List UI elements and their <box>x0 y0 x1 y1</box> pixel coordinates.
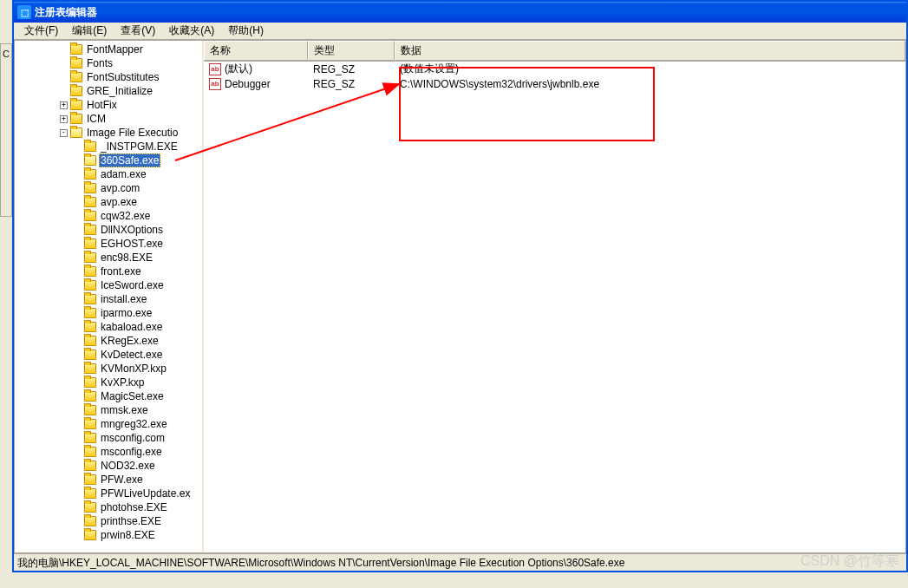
header-name[interactable]: 名称 <box>204 41 308 61</box>
list-body: ab(默认)REG_SZ(数值未设置)abDebuggerREG_SZC:\WI… <box>204 62 905 91</box>
tree-item[interactable]: +ICM <box>15 112 202 126</box>
list-pane[interactable]: 名称 类型 数据 ab(默认)REG_SZ(数值未设置)abDebuggerRE… <box>204 41 905 552</box>
tree-item[interactable]: iparmo.exe <box>15 306 202 320</box>
folder-icon <box>84 363 96 374</box>
header-type[interactable]: 类型 <box>308 41 395 61</box>
folder-icon <box>84 266 96 277</box>
folder-icon <box>84 225 96 235</box>
folder-icon <box>84 516 96 526</box>
tree-item[interactable]: install.exe <box>15 292 202 306</box>
folder-icon <box>84 252 96 263</box>
tree-item-label: msconfig.exe <box>99 446 164 458</box>
tree-item[interactable]: _INSTPGM.EXE <box>15 140 202 154</box>
left-fragment: C 仵 址 <box>0 43 12 217</box>
tree-item[interactable]: avp.com <box>15 181 202 195</box>
folder-icon <box>84 155 96 166</box>
tree-item[interactable]: Fonts <box>15 56 202 70</box>
menu-file[interactable]: 文件(F) <box>17 22 65 40</box>
tree-item-label: FontSubstitutes <box>85 71 160 83</box>
tree-item-label: KRegEx.exe <box>99 335 160 347</box>
folder-icon <box>84 294 96 304</box>
tree-item[interactable]: prwin8.EXE <box>15 528 202 542</box>
value-type: REG_SZ <box>310 78 396 90</box>
tree-item-label: KvDetect.exe <box>99 349 164 361</box>
tree-item[interactable]: KvDetect.exe <box>15 348 202 362</box>
tree-item[interactable]: DllNXOptions <box>15 223 202 237</box>
header-data[interactable]: 数据 <box>395 41 905 61</box>
tree-item[interactable]: printhse.EXE <box>15 514 202 528</box>
list-row[interactable]: abDebuggerREG_SZC:\WINDOWS\system32\driv… <box>204 76 905 91</box>
folder-icon <box>84 474 96 485</box>
tree-item[interactable]: FontSubstitutes <box>15 70 202 84</box>
tree-item[interactable]: msconfig.com <box>15 431 202 445</box>
menu-view[interactable]: 查看(V) <box>114 22 162 40</box>
tree-item[interactable]: PFW.exe <box>15 473 202 487</box>
folder-icon <box>70 100 82 110</box>
tree-item[interactable]: KVMonXP.kxp <box>15 362 202 376</box>
regedit-window: ⬚ 注册表编辑器 文件(F) 编辑(E) 查看(V) 收藏夹(A) 帮助(H) … <box>12 0 908 572</box>
folder-icon <box>84 238 96 249</box>
tree-item[interactable]: NOD32.exe <box>15 459 202 473</box>
tree-item-label: iparmo.exe <box>99 307 154 319</box>
tree-item[interactable]: +HotFix <box>15 98 202 112</box>
folder-icon <box>84 169 96 180</box>
value-type: REG_SZ <box>310 63 396 75</box>
tree-item[interactable]: EGHOST.exe <box>15 237 202 251</box>
tree-item-label: KVMonXP.kxp <box>99 363 168 375</box>
tree-item-label: install.exe <box>99 293 148 305</box>
folder-icon <box>70 86 82 96</box>
status-path: 我的电脑\HKEY_LOCAL_MACHINE\SOFTWARE\Microso… <box>17 557 624 569</box>
folder-icon <box>84 447 96 457</box>
tree-item-label: avp.com <box>99 182 141 194</box>
expand-icon[interactable]: + <box>60 115 68 123</box>
tree-item[interactable]: -Image File Executio <box>15 126 202 140</box>
menu-edit[interactable]: 编辑(E) <box>65 22 114 40</box>
tree-item-label: HotFix <box>85 99 119 111</box>
folder-icon <box>84 322 96 332</box>
folder-icon <box>84 419 96 429</box>
value-name: (默认) <box>225 62 252 76</box>
tree-item[interactable]: mngreg32.exe <box>15 417 202 431</box>
tree-item[interactable]: FontMapper <box>15 42 202 56</box>
folder-icon <box>84 461 96 471</box>
menu-favorites[interactable]: 收藏夹(A) <box>162 22 221 40</box>
list-row[interactable]: ab(默认)REG_SZ(数值未设置) <box>204 62 905 76</box>
statusbar: 我的电脑\HKEY_LOCAL_MACHINE\SOFTWARE\Microso… <box>14 553 906 571</box>
tree-item[interactable]: front.exe <box>15 265 202 278</box>
folder-icon <box>84 336 96 346</box>
tree-item[interactable]: PFWLiveUpdate.ex <box>15 487 202 500</box>
string-value-icon: ab <box>209 63 221 75</box>
tree-item[interactable]: 360Safe.exe <box>15 154 202 167</box>
tree-item-label: front.exe <box>99 265 143 278</box>
tree-item-label: ICM <box>85 113 108 125</box>
folder-icon <box>84 433 96 443</box>
tree-item[interactable]: cqw32.exe <box>15 209 202 223</box>
folder-icon <box>84 350 96 360</box>
expand-icon[interactable]: + <box>60 101 68 109</box>
tree-item[interactable]: enc98.EXE <box>15 251 202 265</box>
tree-item[interactable]: GRE_Initialize <box>15 84 202 98</box>
folder-icon <box>84 197 96 207</box>
tree-item[interactable]: avp.exe <box>15 195 202 209</box>
tree-item[interactable]: msconfig.exe <box>15 445 202 459</box>
menu-help[interactable]: 帮助(H) <box>221 22 271 40</box>
tree-pane[interactable]: FontMapperFontsFontSubstitutesGRE_Initia… <box>15 41 204 552</box>
tree-item-label: IceSword.exe <box>99 279 166 291</box>
folder-icon <box>84 488 96 499</box>
tree-item[interactable]: photohse.EXE <box>15 500 202 514</box>
tree-item[interactable]: mmsk.exe <box>15 403 202 417</box>
tree-item[interactable]: KRegEx.exe <box>15 334 202 348</box>
tree-item-label: KvXP.kxp <box>99 376 146 389</box>
collapse-icon[interactable]: - <box>60 129 68 137</box>
tree-item[interactable]: IceSword.exe <box>15 278 202 292</box>
folder-icon <box>84 183 96 193</box>
tree-item-label: printhse.EXE <box>99 515 163 527</box>
tree-item[interactable]: KvXP.kxp <box>15 376 202 389</box>
folder-icon <box>84 211 96 221</box>
tree-item[interactable]: MagicSet.exe <box>15 389 202 403</box>
window-title: 注册表编辑器 <box>35 5 97 20</box>
tree-item[interactable]: kabaload.exe <box>15 320 202 334</box>
folder-icon <box>84 530 96 540</box>
tree-item[interactable]: adam.exe <box>15 167 202 181</box>
titlebar[interactable]: ⬚ 注册表编辑器 <box>14 2 906 23</box>
